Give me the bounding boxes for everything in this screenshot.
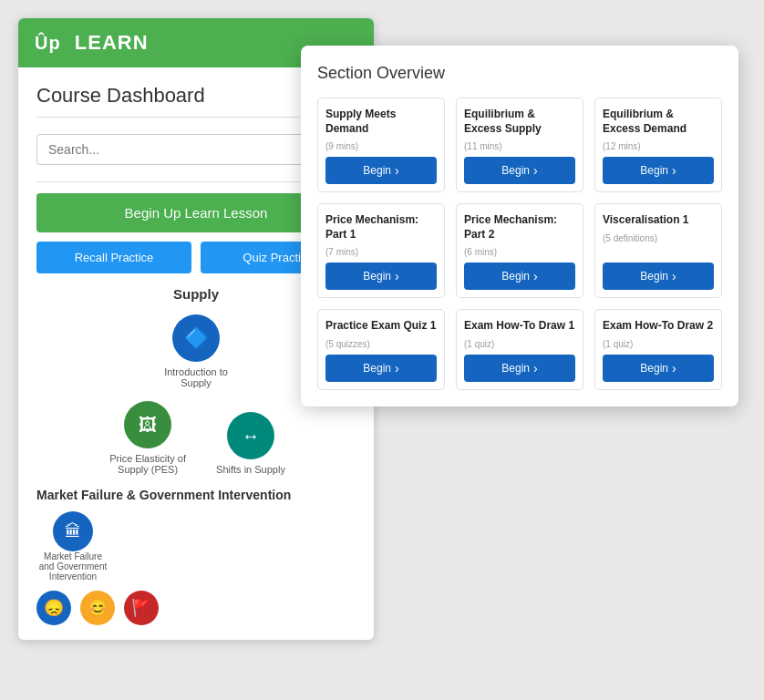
lesson-meta: (1 quiz) — [603, 339, 714, 349]
flag-emoji[interactable]: 🚩 — [124, 591, 159, 625]
lesson-begin-button[interactable]: Begin — [603, 157, 714, 184]
lesson-card: Exam How-To Draw 2(1 quiz)Begin — [594, 309, 722, 390]
overview-title: Section Overview — [317, 64, 722, 83]
shifts-supply-label: Shifts in Supply — [216, 464, 285, 475]
lesson-begin-button[interactable]: Begin — [464, 355, 575, 382]
logo: Ûp LEARN — [35, 31, 149, 55]
emoji-row: 😞 😊 🚩 — [36, 591, 356, 625]
lesson-meta: (7 mins) — [325, 247, 437, 257]
lesson-card: Equilibrium & Excess Supply(11 mins)Begi… — [456, 98, 583, 192]
lesson-begin-button[interactable]: Begin — [464, 157, 575, 184]
lesson-meta: (6 mins) — [464, 247, 575, 257]
lesson-name: Practice Exam Quiz 1 — [325, 319, 437, 334]
intro-supply-item[interactable]: 🔷 Introduction to Supply — [155, 314, 237, 388]
lesson-card: Supply Meets Demand(9 mins)Begin — [317, 98, 445, 192]
lesson-name: Supply Meets Demand — [325, 108, 437, 136]
market-failure-label: Market Failure and Government Interventi… — [36, 551, 109, 582]
pes-label: Price Elasticity of Supply (PES) — [107, 453, 189, 475]
lesson-card: Price Mechanism: Part 2(6 mins)Begin — [456, 203, 583, 298]
logo-icon: Ûp — [35, 33, 61, 54]
market-failure-icon: 🏛 — [53, 511, 93, 551]
lesson-card: Equilibrium & Excess Demand(12 mins)Begi… — [594, 98, 722, 192]
pes-icon: 🖼 — [124, 401, 171, 448]
lesson-begin-button[interactable]: Begin — [603, 262, 714, 290]
lesson-name: Exam How-To Draw 1 — [464, 319, 575, 334]
pes-item[interactable]: 🖼 Price Elasticity of Supply (PES) — [107, 401, 189, 475]
market-failure-item[interactable]: 🏛 Market Failure and Government Interven… — [36, 511, 109, 582]
lesson-card: Visceralisation 1(5 definitions)Begin — [594, 203, 722, 298]
lesson-begin-button[interactable]: Begin — [464, 262, 575, 290]
lesson-name: Equilibrium & Excess Demand — [603, 108, 714, 136]
lesson-name: Price Mechanism: Part 2 — [464, 213, 575, 242]
shifts-supply-item[interactable]: ↔ Shifts in Supply — [216, 412, 285, 475]
lesson-meta: (11 mins) — [464, 141, 575, 151]
lesson-begin-button[interactable]: Begin — [325, 262, 437, 290]
lesson-begin-button[interactable]: Begin — [603, 355, 714, 382]
logo-word: LEARN — [75, 31, 149, 55]
lesson-begin-button[interactable]: Begin — [325, 355, 437, 382]
lesson-meta: (5 quizzes) — [325, 339, 437, 349]
intro-supply-icon: 🔷 — [172, 314, 220, 362]
lesson-meta: (12 mins) — [603, 141, 714, 151]
intro-supply-label: Introduction to Supply — [155, 366, 237, 388]
market-section-label: Market Failure & Government Intervention — [36, 488, 356, 502]
recall-practice-button[interactable]: Recall Practice — [36, 242, 191, 273]
lesson-card: Exam How-To Draw 1(1 quiz)Begin — [456, 309, 583, 390]
lesson-name: Price Mechanism: Part 1 — [325, 213, 437, 242]
happy-emoji[interactable]: 😊 — [80, 591, 115, 625]
lessons-grid: Supply Meets Demand(9 mins)Begin Equilib… — [317, 98, 722, 390]
sad-emoji[interactable]: 😞 — [36, 591, 71, 625]
supply-sub-icons-row: 🖼 Price Elasticity of Supply (PES) ↔ Shi… — [36, 401, 356, 475]
lesson-name: Equilibrium & Excess Supply — [464, 108, 575, 136]
lesson-name: Exam How-To Draw 2 — [603, 319, 714, 334]
section-overview-card: Section Overview Supply Meets Demand(9 m… — [301, 46, 738, 407]
lesson-meta: (5 definitions) — [603, 233, 714, 243]
lesson-card: Price Mechanism: Part 1(7 mins)Begin — [317, 203, 445, 298]
lesson-meta: (9 mins) — [325, 141, 437, 151]
lesson-meta: (1 quiz) — [464, 339, 575, 349]
market-icons-row: 🏛 Market Failure and Government Interven… — [36, 511, 356, 582]
lesson-card: Practice Exam Quiz 1(5 quizzes)Begin — [317, 309, 445, 390]
lesson-begin-button[interactable]: Begin — [325, 157, 437, 184]
lesson-name: Visceralisation 1 — [603, 213, 714, 228]
shifts-supply-icon: ↔ — [227, 412, 274, 459]
